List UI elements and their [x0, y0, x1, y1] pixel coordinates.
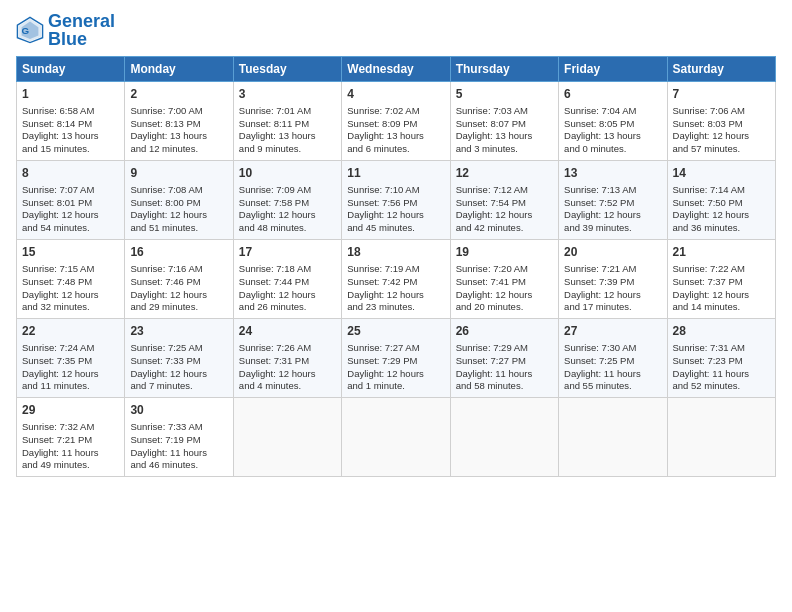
day-number: 13: [564, 165, 661, 182]
col-header-monday: Monday: [125, 57, 233, 82]
col-header-wednesday: Wednesday: [342, 57, 450, 82]
day-number: 1: [22, 86, 119, 103]
calendar-cell: 25Sunrise: 7:27 AMSunset: 7:29 PMDayligh…: [342, 319, 450, 398]
cell-content: Sunrise: 7:18 AMSunset: 7:44 PMDaylight:…: [239, 263, 336, 314]
cell-content: Sunrise: 7:20 AMSunset: 7:41 PMDaylight:…: [456, 263, 553, 314]
day-number: 20: [564, 244, 661, 261]
cell-content: Sunrise: 7:27 AMSunset: 7:29 PMDaylight:…: [347, 342, 444, 393]
col-header-tuesday: Tuesday: [233, 57, 341, 82]
day-number: 2: [130, 86, 227, 103]
cell-content: Sunrise: 6:58 AMSunset: 8:14 PMDaylight:…: [22, 105, 119, 156]
calendar-week-5: 29Sunrise: 7:32 AMSunset: 7:21 PMDayligh…: [17, 398, 776, 477]
col-header-thursday: Thursday: [450, 57, 558, 82]
cell-content: Sunrise: 7:09 AMSunset: 7:58 PMDaylight:…: [239, 184, 336, 235]
calendar-week-1: 1Sunrise: 6:58 AMSunset: 8:14 PMDaylight…: [17, 82, 776, 161]
day-number: 16: [130, 244, 227, 261]
calendar-cell: 7Sunrise: 7:06 AMSunset: 8:03 PMDaylight…: [667, 82, 775, 161]
calendar-cell: 20Sunrise: 7:21 AMSunset: 7:39 PMDayligh…: [559, 240, 667, 319]
calendar-cell: [342, 398, 450, 477]
cell-content: Sunrise: 7:07 AMSunset: 8:01 PMDaylight:…: [22, 184, 119, 235]
day-number: 28: [673, 323, 770, 340]
svg-text:G: G: [22, 25, 30, 36]
calendar-cell: 15Sunrise: 7:15 AMSunset: 7:48 PMDayligh…: [17, 240, 125, 319]
cell-content: Sunrise: 7:14 AMSunset: 7:50 PMDaylight:…: [673, 184, 770, 235]
calendar-week-2: 8Sunrise: 7:07 AMSunset: 8:01 PMDaylight…: [17, 161, 776, 240]
calendar-cell: 4Sunrise: 7:02 AMSunset: 8:09 PMDaylight…: [342, 82, 450, 161]
cell-content: Sunrise: 7:06 AMSunset: 8:03 PMDaylight:…: [673, 105, 770, 156]
cell-content: Sunrise: 7:25 AMSunset: 7:33 PMDaylight:…: [130, 342, 227, 393]
calendar-cell: 1Sunrise: 6:58 AMSunset: 8:14 PMDaylight…: [17, 82, 125, 161]
day-number: 9: [130, 165, 227, 182]
day-number: 12: [456, 165, 553, 182]
day-number: 27: [564, 323, 661, 340]
day-number: 19: [456, 244, 553, 261]
cell-content: Sunrise: 7:29 AMSunset: 7:27 PMDaylight:…: [456, 342, 553, 393]
day-number: 3: [239, 86, 336, 103]
day-number: 22: [22, 323, 119, 340]
calendar-cell: 22Sunrise: 7:24 AMSunset: 7:35 PMDayligh…: [17, 319, 125, 398]
day-number: 26: [456, 323, 553, 340]
cell-content: Sunrise: 7:26 AMSunset: 7:31 PMDaylight:…: [239, 342, 336, 393]
cell-content: Sunrise: 7:21 AMSunset: 7:39 PMDaylight:…: [564, 263, 661, 314]
cell-content: Sunrise: 7:30 AMSunset: 7:25 PMDaylight:…: [564, 342, 661, 393]
calendar-cell: 6Sunrise: 7:04 AMSunset: 8:05 PMDaylight…: [559, 82, 667, 161]
logo: G GeneralBlue: [16, 12, 115, 48]
cell-content: Sunrise: 7:01 AMSunset: 8:11 PMDaylight:…: [239, 105, 336, 156]
day-number: 24: [239, 323, 336, 340]
calendar-cell: 11Sunrise: 7:10 AMSunset: 7:56 PMDayligh…: [342, 161, 450, 240]
cell-content: Sunrise: 7:32 AMSunset: 7:21 PMDaylight:…: [22, 421, 119, 472]
cell-content: Sunrise: 7:08 AMSunset: 8:00 PMDaylight:…: [130, 184, 227, 235]
day-number: 5: [456, 86, 553, 103]
cell-content: Sunrise: 7:04 AMSunset: 8:05 PMDaylight:…: [564, 105, 661, 156]
calendar-cell: 2Sunrise: 7:00 AMSunset: 8:13 PMDaylight…: [125, 82, 233, 161]
calendar-cell: 18Sunrise: 7:19 AMSunset: 7:42 PMDayligh…: [342, 240, 450, 319]
day-number: 8: [22, 165, 119, 182]
day-number: 17: [239, 244, 336, 261]
page-header: G GeneralBlue: [16, 12, 776, 48]
cell-content: Sunrise: 7:19 AMSunset: 7:42 PMDaylight:…: [347, 263, 444, 314]
calendar-cell: [667, 398, 775, 477]
logo-text: GeneralBlue: [48, 12, 115, 48]
calendar-cell: 12Sunrise: 7:12 AMSunset: 7:54 PMDayligh…: [450, 161, 558, 240]
calendar-cell: 8Sunrise: 7:07 AMSunset: 8:01 PMDaylight…: [17, 161, 125, 240]
cell-content: Sunrise: 7:03 AMSunset: 8:07 PMDaylight:…: [456, 105, 553, 156]
day-number: 18: [347, 244, 444, 261]
cell-content: Sunrise: 7:22 AMSunset: 7:37 PMDaylight:…: [673, 263, 770, 314]
cell-content: Sunrise: 7:24 AMSunset: 7:35 PMDaylight:…: [22, 342, 119, 393]
calendar-cell: 10Sunrise: 7:09 AMSunset: 7:58 PMDayligh…: [233, 161, 341, 240]
calendar-cell: [233, 398, 341, 477]
day-number: 10: [239, 165, 336, 182]
calendar-cell: 29Sunrise: 7:32 AMSunset: 7:21 PMDayligh…: [17, 398, 125, 477]
calendar-cell: 13Sunrise: 7:13 AMSunset: 7:52 PMDayligh…: [559, 161, 667, 240]
calendar-cell: 5Sunrise: 7:03 AMSunset: 8:07 PMDaylight…: [450, 82, 558, 161]
cell-content: Sunrise: 7:02 AMSunset: 8:09 PMDaylight:…: [347, 105, 444, 156]
calendar-week-4: 22Sunrise: 7:24 AMSunset: 7:35 PMDayligh…: [17, 319, 776, 398]
calendar-cell: 16Sunrise: 7:16 AMSunset: 7:46 PMDayligh…: [125, 240, 233, 319]
logo-icon: G: [16, 16, 44, 44]
day-number: 7: [673, 86, 770, 103]
calendar-cell: 27Sunrise: 7:30 AMSunset: 7:25 PMDayligh…: [559, 319, 667, 398]
calendar-cell: 28Sunrise: 7:31 AMSunset: 7:23 PMDayligh…: [667, 319, 775, 398]
col-header-saturday: Saturday: [667, 57, 775, 82]
calendar-cell: [450, 398, 558, 477]
calendar-week-3: 15Sunrise: 7:15 AMSunset: 7:48 PMDayligh…: [17, 240, 776, 319]
day-number: 11: [347, 165, 444, 182]
day-number: 29: [22, 402, 119, 419]
day-number: 21: [673, 244, 770, 261]
cell-content: Sunrise: 7:00 AMSunset: 8:13 PMDaylight:…: [130, 105, 227, 156]
day-number: 15: [22, 244, 119, 261]
day-number: 14: [673, 165, 770, 182]
col-header-sunday: Sunday: [17, 57, 125, 82]
cell-content: Sunrise: 7:16 AMSunset: 7:46 PMDaylight:…: [130, 263, 227, 314]
calendar-cell: 26Sunrise: 7:29 AMSunset: 7:27 PMDayligh…: [450, 319, 558, 398]
calendar-cell: 30Sunrise: 7:33 AMSunset: 7:19 PMDayligh…: [125, 398, 233, 477]
calendar-cell: 24Sunrise: 7:26 AMSunset: 7:31 PMDayligh…: [233, 319, 341, 398]
cell-content: Sunrise: 7:31 AMSunset: 7:23 PMDaylight:…: [673, 342, 770, 393]
calendar-cell: 9Sunrise: 7:08 AMSunset: 8:00 PMDaylight…: [125, 161, 233, 240]
day-number: 23: [130, 323, 227, 340]
col-header-friday: Friday: [559, 57, 667, 82]
calendar-cell: 21Sunrise: 7:22 AMSunset: 7:37 PMDayligh…: [667, 240, 775, 319]
calendar-cell: [559, 398, 667, 477]
calendar-header-row: SundayMondayTuesdayWednesdayThursdayFrid…: [17, 57, 776, 82]
calendar-table: SundayMondayTuesdayWednesdayThursdayFrid…: [16, 56, 776, 477]
